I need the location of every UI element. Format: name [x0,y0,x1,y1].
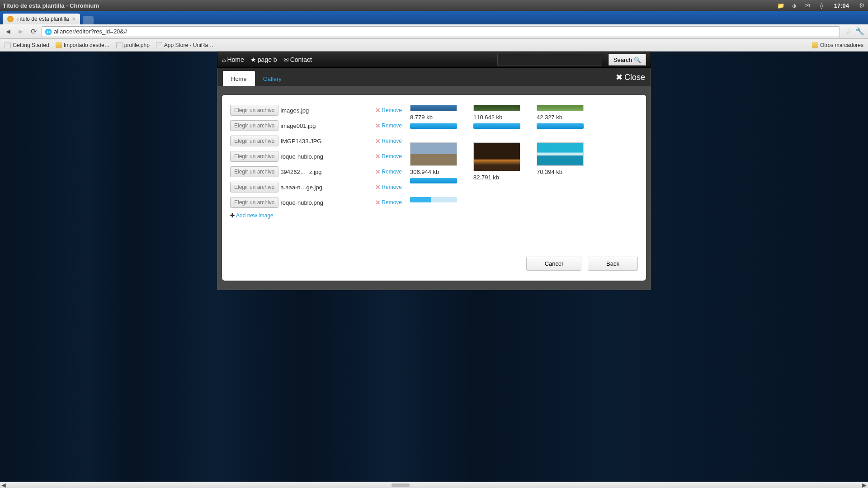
thumbnail-image[interactable] [537,142,584,166]
x-icon: ✕ [375,153,381,160]
nav-pageb[interactable]: ★page b [250,56,277,63]
remove-button[interactable]: ✕Remove [375,183,402,191]
upload-progress [410,197,457,202]
file-row: Elegir un archivo roque-nublo.png ✕Remov… [230,197,402,208]
thumbnail-grid[interactable]: 8.779 kb 110.642 kb [410,105,638,249]
x-icon: ✕ [375,183,381,191]
file-name: roque-nublo.png [280,199,373,206]
other-bookmarks[interactable]: Otros marcadores [812,42,863,48]
file-name: a.aaa-n…ge.jpg [280,184,373,191]
window-title: Título de esta plantilla - Chromium [3,2,99,9]
thumbnail-image[interactable] [410,142,457,166]
remove-button[interactable]: ✕Remove [375,107,402,114]
file-row: Elegir un archivo roque-nublo.png ✕Remov… [230,151,402,162]
file-row: Elegir un archivo image001.jpg ✕Remove [230,120,402,131]
remove-button[interactable]: ✕Remove [375,137,402,145]
choose-file-button[interactable]: Elegir un archivo [230,166,278,177]
bookmark-star-icon[interactable]: ☆ [845,27,852,36]
file-name: image001.jpg [280,122,373,129]
bookmark-appstore[interactable]: App Store - UniRa… [156,42,213,48]
choose-file-button[interactable]: Elegir un archivo [230,105,278,116]
clock[interactable]: 17:04 [834,2,849,9]
x-icon: ✕ [375,137,381,145]
url-text: aliancer/editor?res_id=20&# [54,28,127,35]
file-size: 306.944 kb [410,169,460,175]
folder-icon [812,42,818,48]
modal-body: Elegir un archivo images.jpg ✕Remove Ele… [217,86,651,290]
bookmark-getting-started[interactable]: Getting Started [5,42,49,48]
scroll-left-icon[interactable]: ◄ [0,483,7,488]
modal-tab-bar: Home Gallery ✖ Close [217,68,651,86]
envelope-icon: ✉ [283,56,289,63]
address-bar: ◄ ► ⟳ 🌐 aliancer/editor?res_id=20&# ☆ 🔧 [0,24,868,39]
settings-gear-icon[interactable]: ⚙ [858,2,865,9]
choose-file-button[interactable]: Elegir un archivo [230,151,278,162]
thumb-cell [410,197,460,202]
wrench-menu-icon[interactable]: 🔧 [855,27,864,36]
os-menu-bar: Título de esta plantilla - Chromium 📁 ⬗ … [0,0,868,11]
close-button[interactable]: ✖ Close [616,72,645,86]
horizontal-scrollbar[interactable]: ◄ ► [0,482,868,488]
search-box [497,54,602,66]
tab-home[interactable]: Home [223,71,255,86]
remove-button[interactable]: ✕Remove [375,168,402,175]
choose-file-button[interactable]: Elegir un archivo [230,197,278,208]
file-name: roque-nublo.png [280,153,373,160]
file-row: Elegir un archivo images.jpg ✕Remove [230,105,402,116]
url-input[interactable]: 🌐 aliancer/editor?res_id=20&# [42,26,840,37]
bookmark-profile[interactable]: profile.php [116,42,150,48]
upload-progress [410,178,457,183]
file-row: Elegir un archivo 394262…_z.jpg ✕Remove [230,166,402,177]
cancel-button[interactable]: Cancel [526,257,581,271]
remove-button[interactable]: ✕Remove [375,153,402,160]
thumbnail-image[interactable] [473,105,520,111]
upload-panel: Elegir un archivo images.jpg ✕Remove Ele… [222,95,646,281]
back-button[interactable]: ◄ [4,27,13,36]
plus-icon: ✚ [230,212,235,219]
file-size: 82.791 kb [473,174,523,181]
scroll-track[interactable] [7,483,861,488]
upload-progress [410,123,457,129]
thumbnail-image[interactable] [473,142,520,171]
choose-file-button[interactable]: Elegir un archivo [230,120,278,131]
mail-icon[interactable]: ✉ [804,2,811,9]
dropbox-icon[interactable]: ⬗ [791,2,798,9]
page-icon [5,42,11,48]
scroll-thumb[interactable] [392,483,410,487]
thumb-cell: 306.944 kb [410,142,460,183]
thumb-cell: 82.791 kb [473,142,523,183]
favicon-icon [7,16,14,22]
choose-file-button[interactable]: Elegir un archivo [230,182,278,192]
network-icon[interactable]: ⟠ [818,2,825,9]
file-size: 42.327 kb [537,114,586,121]
page-icon [156,42,162,48]
button-row: Cancel Back [230,257,638,271]
new-tab-button[interactable] [83,16,94,24]
file-name: IMGP1433.JPG [280,138,373,145]
close-icon: ✖ [616,72,623,82]
nav-home[interactable]: ⌂Home [222,56,244,63]
remove-button[interactable]: ✕Remove [375,199,402,206]
files-icon[interactable]: 📁 [777,2,784,9]
search-input[interactable] [498,56,602,63]
choose-file-button[interactable]: Elegir un archivo [230,136,278,146]
file-size: 70.394 kb [537,169,586,175]
scroll-right-icon[interactable]: ► [861,483,868,488]
tab-close-icon[interactable]: × [72,15,75,23]
star-icon: ★ [250,56,256,63]
back-button[interactable]: Back [588,257,638,271]
search-button[interactable]: Search🔍 [609,54,646,66]
bookmark-importado[interactable]: Importado desde… [56,42,110,48]
thumbnail-image[interactable] [537,105,584,111]
home-icon: ⌂ [222,56,226,63]
nav-contact[interactable]: ✉Contact [283,56,312,63]
thumb-cell: 110.642 kb [473,105,523,129]
browser-tab[interactable]: Título de esta plantilla × [3,14,80,24]
reload-button[interactable]: ⟳ [29,27,38,36]
file-list[interactable]: Elegir un archivo images.jpg ✕Remove Ele… [230,105,402,227]
add-new-image-link[interactable]: ✚ Add new image [230,212,402,219]
tab-gallery[interactable]: Gallery [255,71,290,86]
site-navbar: ⌂Home ★page b ✉Contact Search🔍 [217,52,651,68]
remove-button[interactable]: ✕Remove [375,122,402,129]
thumbnail-image[interactable] [410,105,457,111]
